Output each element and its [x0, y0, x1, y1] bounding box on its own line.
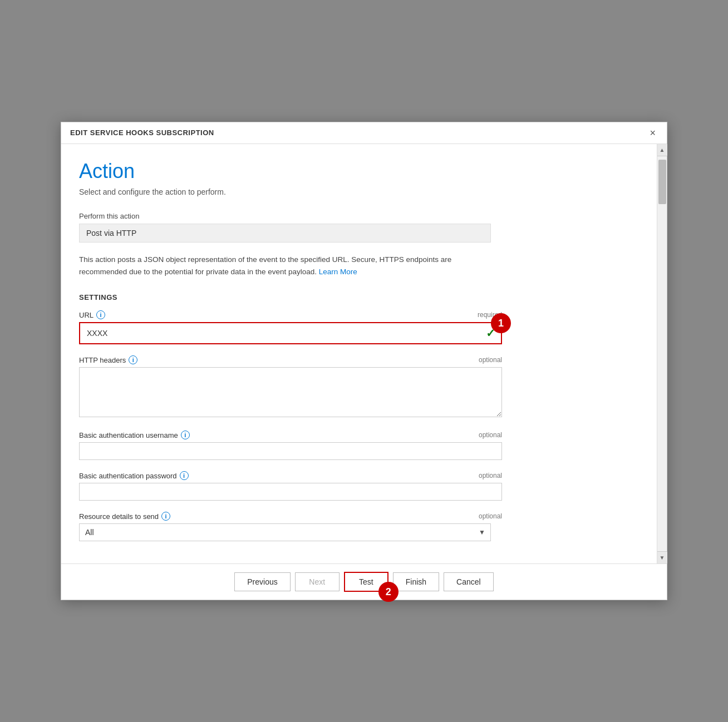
basic-auth-username-group: Basic authentication username i optional — [79, 431, 502, 460]
perform-action-label: Perform this action — [79, 212, 502, 220]
resource-details-header: Resource details to send i optional — [79, 512, 502, 521]
test-button-wrapper: Test 2 — [344, 572, 388, 592]
page-heading: Action — [79, 160, 639, 183]
http-headers-group: HTTP headers i optional — [79, 355, 502, 419]
http-headers-optional: optional — [479, 356, 502, 364]
basic-auth-username-input[interactable] — [79, 442, 502, 460]
learn-more-link[interactable]: Learn More — [319, 268, 357, 276]
cancel-button[interactable]: Cancel — [444, 572, 494, 591]
resource-details-optional: optional — [479, 512, 502, 520]
annotation-badge-1: 1 — [491, 313, 511, 333]
settings-heading: SETTINGS — [79, 293, 639, 301]
url-info-icon[interactable]: i — [96, 310, 105, 319]
basic-auth-password-label: Basic authentication password i — [79, 471, 189, 480]
dialog-footer: Previous Next Test 2 Finish Cancel — [61, 563, 667, 600]
previous-button[interactable]: Previous — [234, 572, 290, 591]
dialog-body: Action Select and configure the action t… — [61, 144, 667, 563]
basic-auth-username-optional: optional — [479, 431, 502, 439]
edit-service-hooks-dialog: EDIT SERVICE HOOKS SUBSCRIPTION × Action… — [61, 122, 667, 600]
content-area: Action Select and configure the action t… — [61, 144, 657, 563]
scroll-up-arrow[interactable]: ▲ — [657, 144, 667, 156]
annotation-badge-2: 2 — [378, 582, 399, 602]
basic-auth-password-group: Basic authentication password i optional — [79, 471, 502, 501]
url-input-row: ✓ — [81, 324, 500, 342]
url-field-header: URL i required — [79, 310, 502, 319]
basic-auth-password-header: Basic authentication password i optional — [79, 471, 502, 480]
action-display-value: Post via HTTP — [79, 224, 491, 243]
basic-auth-username-header: Basic authentication username i optional — [79, 431, 502, 439]
resource-details-label: Resource details to send i — [79, 512, 170, 521]
basic-auth-username-label: Basic authentication username i — [79, 431, 190, 439]
scroll-thumb[interactable] — [658, 160, 666, 204]
url-label: URL i — [79, 310, 105, 319]
close-button[interactable]: × — [647, 128, 658, 138]
url-input[interactable] — [81, 325, 481, 342]
dialog-titlebar: EDIT SERVICE HOOKS SUBSCRIPTION × — [61, 122, 667, 144]
scroll-down-arrow[interactable]: ▼ — [657, 551, 667, 563]
finish-button[interactable]: Finish — [393, 572, 439, 591]
basic-auth-username-info-icon[interactable]: i — [181, 431, 190, 439]
http-headers-header: HTTP headers i optional — [79, 355, 502, 364]
basic-auth-password-info-icon[interactable]: i — [180, 471, 189, 480]
http-headers-label: HTTP headers i — [79, 355, 137, 364]
page-subtitle: Select and configure the action to perfo… — [79, 187, 639, 196]
dialog-title: EDIT SERVICE HOOKS SUBSCRIPTION — [70, 128, 214, 137]
http-headers-input[interactable] — [79, 367, 502, 417]
http-headers-info-icon[interactable]: i — [129, 355, 137, 364]
resource-details-select[interactable]: All Minimal None — [79, 523, 491, 541]
perform-action-group: Perform this action Post via HTTP — [79, 212, 502, 243]
basic-auth-password-optional: optional — [479, 472, 502, 479]
resource-details-info-icon[interactable]: i — [161, 512, 170, 521]
description-text: This action posts a JSON object represen… — [79, 254, 480, 278]
resource-details-group: Resource details to send i optional All … — [79, 512, 502, 541]
basic-auth-password-input[interactable] — [79, 483, 502, 501]
next-button[interactable]: Next — [295, 572, 340, 591]
resource-details-select-wrapper: All Minimal None ▼ — [79, 523, 491, 541]
scrollbar[interactable]: ▲ ▼ — [657, 144, 667, 563]
url-field-group: URL i required ✓ 1 — [79, 310, 502, 344]
url-field-wrapper: ✓ 1 — [79, 322, 502, 344]
